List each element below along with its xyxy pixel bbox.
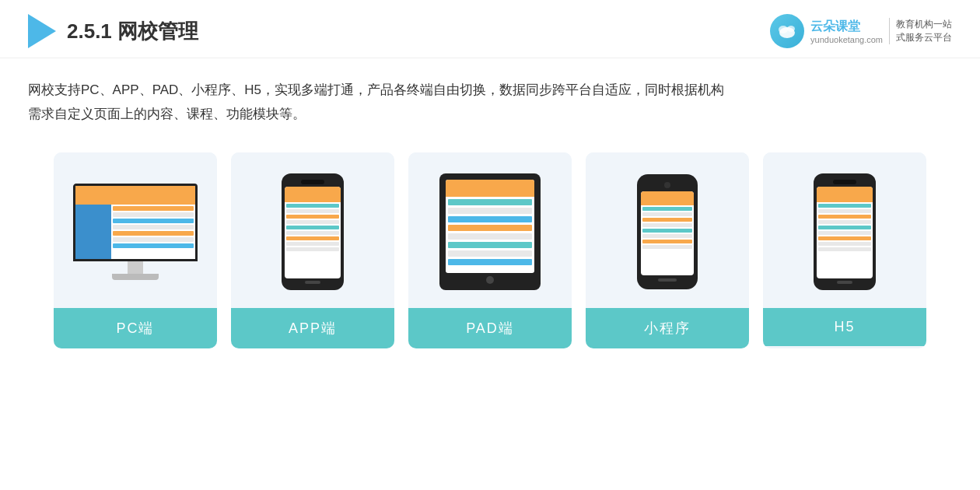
card-pad: PAD端 bbox=[408, 152, 572, 348]
description-line2: 需求自定义页面上的内容、课程、功能模块等。 bbox=[28, 103, 952, 127]
phone-home-button bbox=[305, 281, 320, 284]
logo-triangle-icon bbox=[28, 14, 56, 48]
card-miniprogram: 小程序 bbox=[586, 152, 749, 348]
description-line1: 网校支持PC、APP、PAD、小程序、H5，实现多端打通，产品各终端自由切换，数… bbox=[28, 79, 952, 103]
card-app: APP端 bbox=[231, 152, 394, 348]
app-phone-icon bbox=[282, 173, 344, 290]
page-wrapper: 2.5.1 网校管理 云朵课堂 yunduoketang.com 教育机构一站 … bbox=[0, 0, 980, 364]
header-left: 2.5.1 网校管理 bbox=[28, 14, 198, 48]
brand-tagline: 教育机构一站 式服务云平台 bbox=[889, 18, 952, 44]
pad-tablet-icon bbox=[439, 173, 541, 290]
card-app-label: APP端 bbox=[231, 308, 394, 348]
brand-icon bbox=[770, 14, 804, 48]
tablet-screen bbox=[446, 180, 534, 273]
phone-notch bbox=[301, 180, 324, 184]
page-title: 2.5.1 网校管理 bbox=[67, 18, 198, 45]
phone-screen bbox=[285, 187, 341, 278]
pc-image-area bbox=[54, 152, 217, 308]
card-pad-label: PAD端 bbox=[408, 308, 572, 348]
mini-phone-camera bbox=[664, 182, 670, 188]
device-cards: PC端 bbox=[0, 134, 980, 364]
pc-monitor-icon bbox=[73, 184, 198, 280]
app-image-area bbox=[231, 152, 394, 308]
tablet-home-button bbox=[486, 276, 494, 284]
mini-phone-icon bbox=[637, 174, 698, 289]
svg-point-1 bbox=[779, 26, 788, 33]
mini-home-bar bbox=[658, 278, 677, 282]
h5-phone-screen bbox=[817, 187, 873, 278]
h5-image-area bbox=[763, 152, 926, 308]
card-h5-label: H5 bbox=[763, 308, 926, 346]
svg-point-2 bbox=[787, 26, 795, 32]
brand-text: 云朵课堂 yunduoketang.com bbox=[810, 19, 883, 44]
mini-phone-screen bbox=[641, 191, 694, 275]
header: 2.5.1 网校管理 云朵课堂 yunduoketang.com 教育机构一站 … bbox=[0, 0, 980, 58]
brand-url: yunduoketang.com bbox=[810, 35, 883, 44]
h5-phone-notch bbox=[833, 180, 856, 184]
brand-logo: 云朵课堂 yunduoketang.com 教育机构一站 式服务云平台 bbox=[770, 14, 952, 48]
card-pc: PC端 bbox=[54, 152, 217, 348]
brand-name: 云朵课堂 bbox=[810, 19, 883, 35]
card-pc-label: PC端 bbox=[54, 308, 217, 348]
monitor-screen bbox=[73, 184, 198, 261]
card-mini-label: 小程序 bbox=[586, 308, 749, 348]
card-h5: H5 bbox=[763, 152, 926, 348]
pad-image-area bbox=[408, 152, 572, 308]
h5-phone-home bbox=[837, 281, 852, 284]
mini-image-area bbox=[586, 152, 749, 308]
h5-phone-icon bbox=[814, 173, 876, 290]
description: 网校支持PC、APP、PAD、小程序、H5，实现多端打通，产品各终端自由切换，数… bbox=[0, 58, 980, 134]
